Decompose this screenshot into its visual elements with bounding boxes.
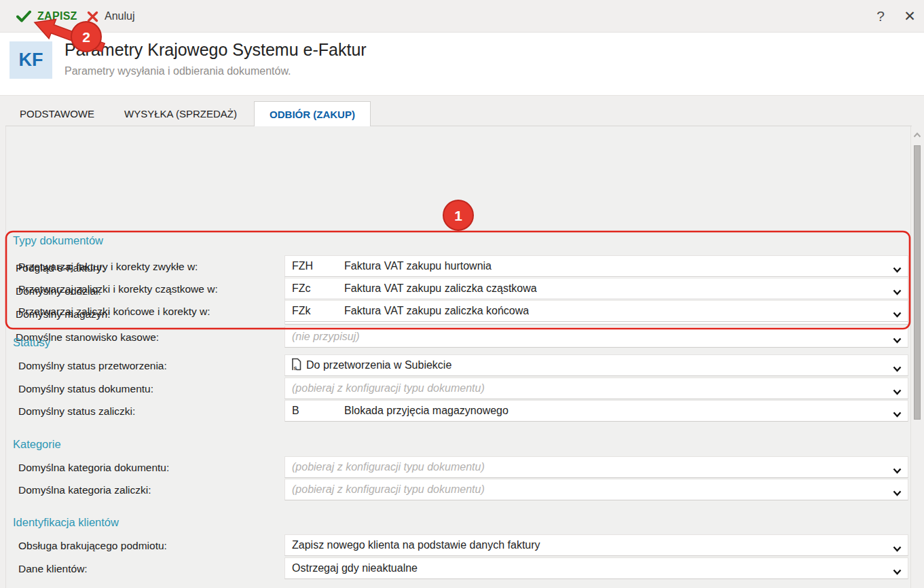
tab-odbior-zakup[interactable]: ODBIÓR (ZAKUP) (254, 101, 371, 126)
section-title-typy-dokumentow: Typy dokumentów (13, 234, 103, 247)
save-button-label: ZAPISZ (37, 10, 77, 22)
dropdown-value: Blokada przyjęcia magazynowego (344, 405, 509, 417)
dropdown-status-zaliczki[interactable]: B Blokada przyjęcia magazynowego (284, 400, 908, 422)
chevron-down-icon (893, 286, 902, 298)
field-label: Przetwarzaj faktury i korekty zwykłe w: (18, 261, 198, 273)
chevron-down-icon (893, 487, 902, 499)
field-label: Przetwarzaj zaliczki końcowe i korekty w… (18, 306, 210, 318)
dropdown-status-przetworzenia[interactable]: s Do przetworzenia w Subiekcie (284, 354, 908, 376)
chevron-down-icon (893, 566, 902, 578)
cancel-button-label: Anuluj (105, 10, 134, 22)
scrollbar-up-icon[interactable] (912, 130, 922, 140)
check-icon (16, 10, 31, 22)
chevron-down-icon (893, 386, 902, 398)
module-badge: KF (10, 41, 52, 79)
doc-type-code: FZH (285, 260, 344, 272)
vertical-scrollbar[interactable] (912, 129, 922, 588)
section-title-identyfikacja-klientow: Identyfikacja klientów (13, 516, 119, 529)
dropdown-value: Ostrzegaj gdy nieaktualne (285, 562, 418, 574)
cancel-button[interactable]: Anuluj (87, 0, 134, 33)
field-label: Domyślna kategoria zaliczki: (18, 484, 151, 496)
dropdown-faktury-korekty-zwykle[interactable]: FZH Faktura VAT zakupu hurtownia (284, 255, 908, 277)
field-label: Domyślny status zaliczki: (18, 405, 135, 418)
save-button[interactable]: ZAPISZ (16, 0, 77, 33)
field-label: Domyślny status dokumentu: (18, 383, 153, 395)
dropdown-placeholder: (pobieraj z konfiguracji typu dokumentu) (285, 461, 485, 473)
dropdown-placeholder: (pobieraj z konfiguracji typu dokumentu) (285, 382, 485, 394)
settings-form: Podgląd e-Faktury: Pokaż Domyślny oddzia… (5, 126, 911, 588)
dropdown-value: Faktura VAT zakupu hurtownia (344, 260, 492, 272)
dialog-header: KF Parametry Krajowego Systemu e-Faktur … (0, 33, 924, 96)
svg-text:s: s (294, 364, 297, 371)
dropdown-kategoria-dokumentu[interactable]: (pobieraj z konfiguracji typu dokumentu) (284, 456, 908, 478)
chevron-down-icon (893, 464, 902, 477)
page-title: Parametry Krajowego Systemu e-Faktur (64, 40, 367, 60)
help-button[interactable]: ? (869, 0, 892, 33)
tab-wysylka-sprzedaz[interactable]: WYSYŁKA (SPRZEDAŻ) (109, 101, 253, 126)
subiekt-document-icon: s (291, 358, 301, 373)
dropdown-obsluga-brakujacego-podmiotu[interactable]: Zapisz nowego klienta na podstawie danyc… (284, 534, 908, 556)
chevron-down-icon (893, 334, 902, 346)
dropdown-value: Zapisz nowego klienta na podstawie danyc… (285, 539, 540, 551)
chevron-down-icon (893, 543, 902, 555)
dropdown-kategoria-zaliczki[interactable]: (pobieraj z konfiguracji typu dokumentu) (284, 479, 908, 500)
chevron-down-icon (893, 363, 902, 375)
scrollbar-thumb[interactable] (914, 145, 921, 420)
x-icon (87, 11, 98, 22)
dropdown-status-dokumentu[interactable]: (pobieraj z konfiguracji typu dokumentu) (284, 378, 908, 399)
dropdown-placeholder: (nie przypisuj) (285, 331, 360, 343)
field-label: Domyślna kategoria dokumentu: (18, 462, 169, 474)
field-label: Domyślny status przetworzenia: (18, 360, 167, 372)
page-subtitle: Parametry wysyłania i odbierania dokumen… (64, 65, 291, 77)
help-icon: ? (876, 8, 885, 24)
field-label: Dane klientów: (18, 563, 88, 575)
dropdown-zaliczki-koncowe-korekty[interactable]: FZk Faktura VAT zakupu zaliczka końcowa (284, 300, 908, 322)
doc-type-code: FZc (285, 282, 344, 295)
tab-bar: PODSTAWOWE WYSYŁKA (SPRZEDAŻ) ODBIÓR (ZA… (0, 96, 924, 126)
section-title-kategorie: Kategorie (13, 438, 61, 451)
dropdown-domyslne-stanowisko-kasowe[interactable]: (nie przypisuj) (284, 326, 908, 348)
status-code: B (285, 405, 344, 417)
dropdown-value: Faktura VAT zakupu zaliczka końcowa (344, 305, 529, 317)
close-icon: ✕ (904, 8, 916, 24)
dropdown-value: Faktura VAT zakupu zaliczka cząstkowa (344, 282, 537, 295)
doc-type-code: FZk (285, 305, 344, 317)
dropdown-value: Do przetworzenia w Subiekcie (306, 359, 451, 371)
field-label: Przetwarzaj zaliczki i korekty cząstkowe… (18, 283, 218, 295)
dropdown-dane-klientow[interactable]: Ostrzegaj gdy nieaktualne (284, 557, 908, 579)
section-title-statusy: Statusy (13, 336, 50, 349)
field-label: Obsługa brakującego podmiotu: (18, 540, 167, 552)
toolbar: ZAPISZ Anuluj ? ✕ (0, 0, 924, 33)
close-button[interactable]: ✕ (898, 0, 922, 33)
tab-podstawowe[interactable]: PODSTAWOWE (5, 101, 109, 126)
chevron-down-icon (893, 263, 902, 276)
dropdown-zaliczki-korekty-czastkowe[interactable]: FZc Faktura VAT zakupu zaliczka cząstkow… (284, 278, 908, 299)
dropdown-placeholder: (pobieraj z konfiguracji typu dokumentu) (285, 483, 485, 496)
chevron-down-icon (893, 308, 902, 320)
chevron-down-icon (893, 408, 902, 420)
